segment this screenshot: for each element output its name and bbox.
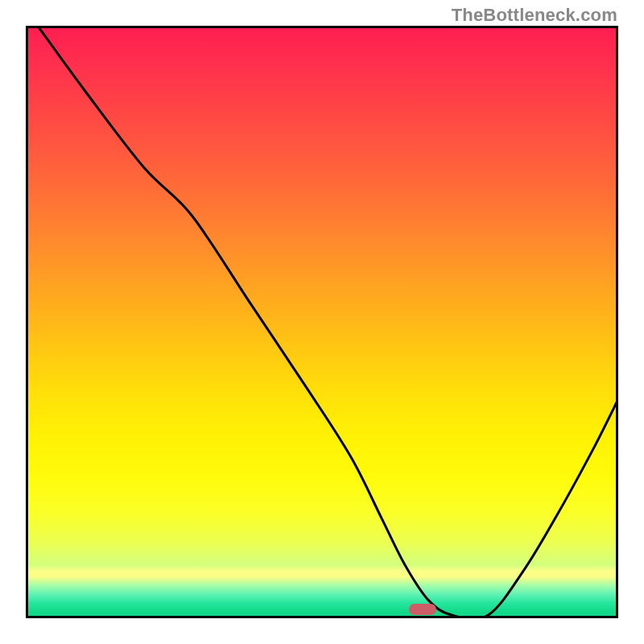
optimum-marker (409, 604, 436, 615)
bottleneck-curve-path (38, 26, 618, 618)
curve-svg (26, 26, 618, 618)
chart-frame: TheBottleneck.com (0, 0, 644, 644)
plot-area (26, 26, 618, 618)
watermark-text: TheBottleneck.com (452, 5, 617, 26)
